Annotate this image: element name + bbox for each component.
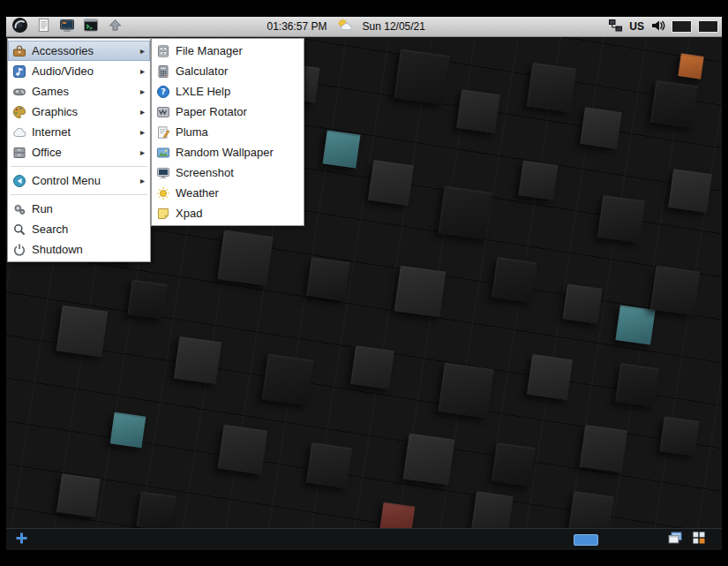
wallpaper-cube	[527, 63, 576, 112]
wallpaper-cube	[580, 425, 627, 472]
shutdown-icon	[12, 243, 26, 257]
wallpaper-cube	[580, 107, 621, 148]
menu-item-label: Control Menu	[32, 174, 101, 187]
accessories-icon	[12, 44, 26, 58]
workspace-pager[interactable]	[574, 534, 598, 546]
text-editor-icon	[36, 18, 51, 35]
wallpaper-cube	[394, 49, 449, 104]
wallpaper-cube	[110, 412, 146, 449]
menu-item-run[interactable]: Run	[8, 199, 150, 219]
menu-item-label: Accessories	[32, 44, 94, 57]
submenu-item-file-manager[interactable]: File Manager	[152, 41, 304, 61]
app-menu-button[interactable]	[10, 18, 29, 35]
wallpaper-cube	[306, 257, 350, 301]
clock-text[interactable]: 01:36:57 PM	[266, 20, 326, 33]
wallpaper-cube	[368, 160, 414, 206]
menu-item-label: Pluma	[176, 125, 299, 139]
display-launcher[interactable]	[57, 18, 77, 35]
menu-item-label: Weather	[176, 186, 299, 200]
clock-widget[interactable]: 01:36:57 PM Sun 12/05/21	[266, 18, 424, 35]
control-menu-icon	[12, 174, 26, 188]
office-icon	[12, 146, 26, 160]
app-menu-icon	[11, 17, 28, 36]
menu-item-internet[interactable]: Internet	[8, 122, 150, 142]
menu-item-label: Run	[32, 202, 146, 215]
wallpaper-cube	[492, 257, 537, 303]
wallpaper-cube	[562, 283, 602, 323]
menu-item-label: Audio/Video	[32, 64, 94, 78]
submenu-item-random-wallpaper[interactable]: Random Wallpaper	[152, 142, 304, 162]
menu-item-control-menu[interactable]: Control Menu	[8, 170, 150, 191]
submenu-item-galculator[interactable]: Galculator	[152, 61, 304, 81]
menu-item-label: Office	[32, 146, 62, 159]
workspace-cell-active[interactable]	[574, 534, 598, 546]
accessories-submenu: File Manager Galculator ? LXLE Help Pape…	[151, 38, 304, 226]
wallpaper-cube	[597, 195, 645, 243]
submenu-item-xpad[interactable]: Xpad	[152, 203, 304, 223]
menu-item-label: Search	[32, 223, 146, 236]
wallpaper-cube	[659, 416, 699, 456]
wallpaper-cube	[650, 80, 698, 128]
menu-item-label: Galculator	[176, 64, 299, 78]
menu-item-shutdown[interactable]: Shutdown	[8, 239, 150, 260]
keyboard-layout-indicator[interactable]: US	[629, 20, 644, 33]
display-icon	[59, 18, 75, 36]
audio-video-icon	[12, 64, 26, 79]
date-text[interactable]: Sun 12/05/21	[363, 20, 425, 33]
pluma-icon	[156, 125, 170, 140]
terminal-launcher[interactable]	[81, 18, 101, 35]
tray-widget[interactable]	[672, 20, 692, 33]
wallpaper-cube	[668, 169, 712, 213]
menu-item-office[interactable]: Office	[8, 142, 150, 162]
up-arrow-icon	[108, 18, 123, 35]
submenu-item-lxle-help[interactable]: ? LXLE Help	[152, 81, 304, 102]
menu-item-label: Paper Rotator	[176, 105, 299, 118]
tray-widget[interactable]	[698, 20, 718, 33]
wallpaper-cube	[518, 160, 558, 200]
submenu-item-weather[interactable]: Weather	[152, 183, 304, 203]
volume-icon[interactable]	[650, 19, 665, 35]
menu-item-search[interactable]: Search	[8, 219, 150, 239]
menu-item-audio-video[interactable]: Audio/Video	[8, 61, 150, 81]
submenu-item-paper-rotator[interactable]: Paper Rotator	[152, 102, 304, 122]
weather-icon	[156, 186, 170, 200]
plus-button[interactable]	[15, 532, 28, 548]
wallpaper-cube	[439, 186, 492, 240]
wallpaper-cube	[136, 491, 176, 531]
run-icon	[12, 202, 26, 216]
galculator-icon	[156, 64, 170, 79]
wallpaper-cube	[56, 473, 101, 517]
desktop: 01:36:57 PM Sun 12/05/21 US Accessories	[6, 17, 722, 550]
wallpaper-cube	[678, 53, 703, 79]
wallpaper-cube	[56, 306, 109, 358]
search-icon	[12, 223, 26, 237]
menu-item-games[interactable]: Games	[8, 81, 150, 102]
menu-item-graphics[interactable]: Graphics	[8, 102, 150, 122]
network-icon[interactable]	[608, 19, 623, 35]
internet-icon	[12, 125, 26, 140]
wallpaper-cube	[127, 279, 167, 319]
text-editor-launcher[interactable]	[34, 18, 53, 35]
application-menu: Accessories Audio/Video Games Graphics I	[7, 38, 151, 262]
menu-item-label: Shutdown	[32, 243, 146, 256]
wallpaper-cube	[394, 266, 447, 318]
submenu-item-pluma[interactable]: Pluma	[152, 122, 304, 142]
wallpaper-cube	[438, 362, 493, 418]
show-desktop-launcher[interactable]	[105, 18, 124, 35]
wallpaper-cube	[403, 434, 455, 486]
menu-item-label: File Manager	[176, 44, 299, 57]
screenshot-icon	[156, 166, 170, 180]
menu-item-label: LXLE Help	[176, 85, 299, 98]
wallpaper-cube	[492, 442, 536, 487]
wallpaper-cube	[650, 266, 700, 315]
menu-separator	[11, 166, 147, 167]
weather-panel-icon[interactable]	[336, 18, 354, 35]
wallpaper-cube	[471, 491, 513, 532]
submenu-item-screenshot[interactable]: Screenshot	[152, 162, 304, 183]
paper-rotator-icon	[156, 105, 170, 119]
desktop-layout-icon[interactable]	[692, 531, 706, 548]
menu-item-accessories[interactable]: Accessories	[8, 41, 150, 61]
window-switcher-icon[interactable]	[667, 531, 683, 548]
system-tray: US	[608, 19, 718, 35]
menu-item-label: Xpad	[176, 207, 299, 220]
